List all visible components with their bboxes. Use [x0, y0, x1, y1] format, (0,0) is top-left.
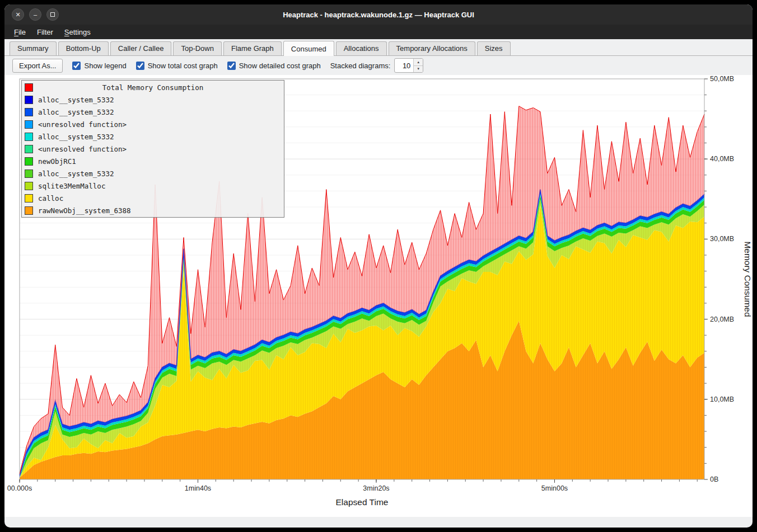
maximize-icon	[50, 12, 55, 17]
legend-items: alloc__system_5332alloc__system_5332<unr…	[22, 93, 284, 216]
legend-swatch	[25, 182, 33, 190]
spin-up-button[interactable]: ▲	[414, 59, 423, 66]
legend-title: Total Memory Consumption	[102, 83, 204, 92]
legend-item: rawNewObj__system_6388	[22, 204, 284, 216]
y-tick-label: 10,0MB	[710, 396, 734, 403]
chart-legend: Total Memory Consumption alloc__system_5…	[21, 80, 284, 218]
consumed-chart-area: Total Memory Consumption alloc__system_5…	[4, 75, 753, 517]
stacked-diagrams-label: Stacked diagrams:	[330, 62, 391, 70]
window-controls: ✕ –	[12, 8, 59, 21]
legend-swatch	[25, 170, 33, 178]
checkbox-input[interactable]	[227, 62, 236, 70]
checkbox-input[interactable]	[136, 62, 144, 70]
stacked-diagrams-spinbox[interactable]: 10 ▲ ▼	[394, 58, 423, 73]
tab-sizes[interactable]: Sizes	[477, 41, 511, 55]
tab-consumed[interactable]: Consumed	[283, 41, 334, 56]
y-axis-title: Memory Consumed	[743, 241, 753, 317]
checkbox-show-legend[interactable]: Show legend	[72, 62, 126, 70]
tab-summary[interactable]: Summary	[10, 41, 57, 55]
legend-item: alloc__system_5332	[22, 93, 284, 106]
legend-title-swatch	[25, 83, 33, 92]
x-tick-label: 00.000s	[7, 484, 32, 492]
spinbox-buttons: ▲ ▼	[413, 59, 423, 72]
legend-label: alloc__system_5332	[38, 170, 114, 178]
window-title: Heaptrack - heaptrack.wakunode.1.gz — He…	[4, 11, 753, 19]
legend-item: alloc__system_5332	[22, 167, 284, 180]
menu-filter[interactable]: Filter	[32, 26, 58, 38]
legend-item: newObjRC1	[22, 155, 284, 167]
titlebar: ✕ – Heaptrack - heaptrack.wakunode.1.gz …	[4, 4, 753, 25]
spin-down-button[interactable]: ▼	[414, 66, 423, 73]
legend-swatch	[25, 133, 33, 141]
legend-swatch	[25, 96, 33, 104]
checkbox-show-total-cost-graph[interactable]: Show total cost graph	[136, 62, 218, 70]
y-tick-label: 20,0MB	[710, 316, 734, 323]
checkbox-label: Show total cost graph	[148, 62, 218, 70]
legend-title-row: Total Memory Consumption	[22, 81, 284, 93]
spin-down-icon: ▼	[417, 67, 420, 70]
export-as-button[interactable]: Export As...	[12, 59, 63, 73]
legend-item: sqlite3MemMalloc	[22, 180, 284, 192]
legend-label: alloc__system_5332	[38, 96, 114, 104]
x-axis: 00.000s1min40s3min20s5min00sElapsed Time	[7, 479, 698, 507]
spin-up-icon: ▲	[417, 60, 420, 64]
y-tick-label: 40,0MB	[710, 155, 734, 163]
x-tick-label: 3min20s	[363, 484, 389, 492]
legend-swatch	[25, 206, 33, 215]
legend-label: newObjRC1	[38, 157, 76, 166]
x-tick-label: 1min40s	[185, 484, 211, 492]
legend-swatch	[25, 194, 33, 203]
legend-label: alloc__system_5332	[38, 133, 114, 141]
tabbar: SummaryBottom-UpCaller / CalleeTop-DownF…	[4, 39, 753, 56]
menubar: FileFilterSettings	[4, 25, 753, 39]
x-axis-title: Elapsed Time	[336, 497, 389, 507]
legend-item: <unresolved function>	[22, 118, 284, 130]
tab-caller-callee[interactable]: Caller / Callee	[110, 41, 172, 55]
close-icon: ✕	[15, 12, 20, 18]
legend-swatch	[25, 108, 33, 116]
tab-allocations[interactable]: Allocations	[336, 41, 387, 55]
tab-flame-graph[interactable]: Flame Graph	[223, 41, 282, 55]
close-button[interactable]: ✕	[12, 8, 24, 21]
minimize-icon: –	[34, 12, 37, 18]
legend-label: alloc__system_5332	[38, 108, 114, 116]
legend-label: calloc	[38, 194, 63, 203]
legend-item: <unresolved function>	[22, 143, 284, 155]
legend-label: rawNewObj__system_6388	[38, 206, 131, 215]
tab-bottom-up[interactable]: Bottom-Up	[58, 41, 109, 55]
checkbox-show-detailed-cost-graph[interactable]: Show detailed cost graph	[227, 62, 321, 70]
app-window: ✕ – Heaptrack - heaptrack.wakunode.1.gz …	[4, 4, 753, 528]
y-tick-label: 50,0MB	[710, 75, 734, 83]
legend-item: alloc__system_5332	[22, 106, 284, 118]
legend-label: <unresolved function>	[38, 145, 127, 153]
toolbar: Export As... Show legendShow total cost …	[4, 56, 753, 75]
legend-item: alloc__system_5332	[22, 130, 284, 143]
legend-swatch	[25, 120, 33, 129]
spinbox-value[interactable]: 10	[395, 59, 413, 72]
checkbox-label: Show legend	[84, 62, 126, 70]
tab-top-down[interactable]: Top-Down	[173, 41, 222, 55]
legend-item: calloc	[22, 192, 284, 204]
x-tick-label: 5min00s	[541, 484, 568, 492]
legend-swatch	[25, 145, 33, 153]
checkbox-input[interactable]	[72, 62, 81, 70]
y-axis: 0B10,0MB20,0MB30,0MB40,0MB50,0MBMemory C…	[704, 75, 753, 483]
legend-swatch	[25, 157, 33, 166]
legend-label: <unresolved function>	[38, 120, 127, 129]
stacked-diagrams-group: Stacked diagrams: 10 ▲ ▼	[330, 58, 424, 73]
tab-temporary-allocations[interactable]: Temporary Allocations	[389, 41, 475, 55]
minimize-button[interactable]: –	[29, 8, 41, 21]
menu-file[interactable]: File	[9, 26, 31, 38]
y-tick-label: 30,0MB	[710, 235, 734, 243]
y-tick-label: 0B	[710, 475, 718, 483]
maximize-button[interactable]	[46, 8, 59, 21]
legend-label: sqlite3MemMalloc	[38, 182, 105, 190]
menu-settings[interactable]: Settings	[59, 26, 96, 38]
checkbox-group: Show legendShow total cost graphShow det…	[72, 62, 320, 70]
checkbox-label: Show detailed cost graph	[239, 62, 321, 70]
